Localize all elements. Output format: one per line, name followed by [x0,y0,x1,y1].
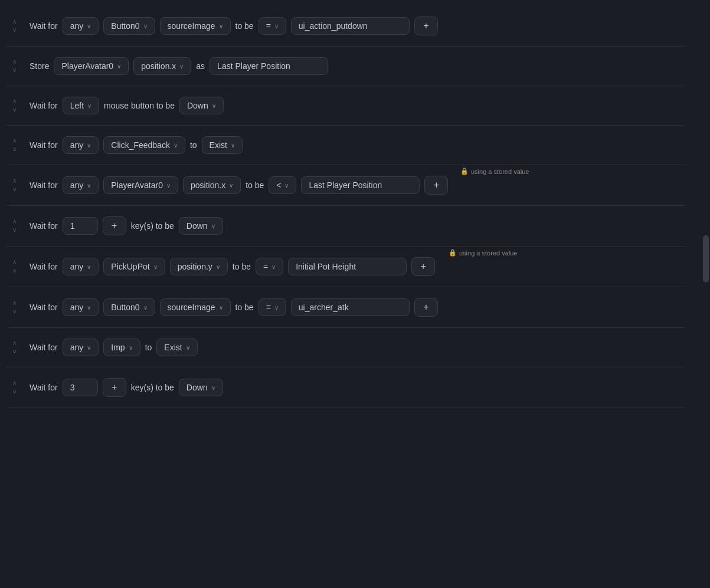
dropdown-value-1-5: = [266,21,271,31]
dropdown-5-1[interactable]: any∨ [63,176,99,194]
dropdown-1-3[interactable]: sourceImage∨ [160,17,231,35]
plus-inline-btn-10-2[interactable]: + [103,378,126,397]
lock-icon-5: 🔒 [460,167,469,175]
plus-btn-5-7[interactable]: + [424,176,448,195]
row-4: ∧∨Wait forany∨Click_Feedback∨toExist∨ [6,126,685,165]
dropdown-value-4-4: Exist [210,140,227,150]
row-down-btn-4[interactable]: ∨ [10,146,19,153]
label-5-0: Wait for [30,180,58,190]
dropdown-1-2[interactable]: Button0∨ [103,17,155,35]
dropdown-4-1[interactable]: any∨ [63,136,99,154]
row-up-btn-9[interactable]: ∧ [10,340,19,347]
number-input-6-1[interactable] [70,221,88,231]
row-up-btn-5[interactable]: ∧ [10,178,19,185]
row-arrows-2: ∧∨ [6,58,22,74]
dropdown-value-5-3: position.x [191,180,225,190]
label-8-4: to be [235,303,254,312]
dropdown-4-2[interactable]: Click_Feedback∨ [103,136,185,154]
input-pill-1-6[interactable] [291,17,410,35]
scrollbar-thumb[interactable] [703,235,709,282]
input-pill-5-6[interactable] [301,176,420,194]
main-container: ∧∨Wait forany∨Button0∨sourceImage∨to be=… [0,0,696,414]
dropdown-value-8-3: sourceImage [168,303,215,312]
row-arrows-1: ∧∨ [6,18,22,34]
row-up-btn-4[interactable]: ∧ [10,137,19,144]
row-down-btn-2[interactable]: ∨ [10,67,19,74]
dropdown-7-2[interactable]: PickUpPot∨ [103,258,165,275]
row-up-btn-10[interactable]: ∧ [10,380,19,387]
text-input-5-6[interactable] [309,180,412,190]
label-1-0: Wait for [30,21,58,31]
text-input-1-6[interactable] [299,21,402,31]
dropdown-8-1[interactable]: any∨ [63,298,99,316]
row-down-btn-8[interactable]: ∨ [10,308,19,315]
chevron-icon-8-1: ∨ [87,304,91,311]
scrollbar-track[interactable] [702,0,710,588]
row-up-btn-8[interactable]: ∧ [10,300,19,307]
row-down-btn-10[interactable]: ∨ [10,388,19,395]
row-down-btn-3[interactable]: ∨ [10,106,19,113]
dropdown-7-5[interactable]: =∨ [256,258,283,275]
row-down-btn-7[interactable]: ∨ [10,267,19,274]
row-up-btn-7[interactable]: ∧ [10,259,19,266]
plus-btn-8-7[interactable]: + [414,298,438,317]
dropdown-7-3[interactable]: position.y∨ [170,258,228,275]
row-up-btn-6[interactable]: ∧ [10,218,19,225]
dropdown-9-1[interactable]: any∨ [63,339,99,356]
dropdown-9-2[interactable]: Imp∨ [103,339,140,356]
chevron-icon-8-2: ∨ [143,304,148,311]
plus-btn-7-7[interactable]: + [411,257,435,276]
input-pill-8-6[interactable] [291,298,410,316]
input-pill-7-6[interactable] [288,258,407,275]
dropdown-1-1[interactable]: any∨ [63,17,99,35]
dropdown-3-1[interactable]: Left∨ [63,97,99,114]
text-input-2-4[interactable] [217,61,320,71]
dropdown-value-5-5: < [276,180,281,190]
label-7-0: Wait for [30,262,58,271]
stored-label-7: using a stored value [459,249,517,257]
row-up-btn-1[interactable]: ∧ [10,18,19,25]
text-input-7-6[interactable] [296,262,399,271]
dropdown-5-2[interactable]: PlayerAvatar0∨ [103,176,178,194]
row-up-btn-3[interactable]: ∧ [10,98,19,105]
row-down-btn-9[interactable]: ∨ [10,348,19,355]
dropdown-4-4[interactable]: Exist∨ [202,136,243,154]
chevron-icon-3-3: ∨ [212,103,216,109]
dropdown-9-4[interactable]: Exist∨ [156,339,197,356]
dropdown-8-2[interactable]: Button0∨ [103,298,155,316]
label-4-3: to [190,140,197,150]
text-input-8-6[interactable] [299,303,402,312]
dropdown-3-3[interactable]: Down∨ [179,97,224,114]
input-pill-2-4[interactable] [210,57,328,75]
dropdown-8-3[interactable]: sourceImage∨ [160,298,231,316]
dropdown-2-2[interactable]: position.x∨ [133,57,191,75]
number-input-10-1[interactable] [70,383,88,392]
chevron-icon-5-3: ∨ [229,182,233,189]
dropdown-10-4[interactable]: Down∨ [179,379,223,396]
number-input-pill-6-1[interactable] [63,217,98,235]
dropdown-value-5-2: PlayerAvatar0 [111,180,163,190]
row-down-btn-5[interactable]: ∨ [10,186,19,193]
dropdown-8-5[interactable]: =∨ [259,298,286,316]
dropdown-5-3[interactable]: position.x∨ [183,176,241,194]
dropdown-7-1[interactable]: any∨ [63,258,99,275]
row-down-btn-6[interactable]: ∨ [10,226,19,234]
plus-inline-btn-6-2[interactable]: + [103,216,126,235]
row-up-btn-2[interactable]: ∧ [10,58,19,65]
dropdown-value-9-1: any [70,343,84,352]
dropdown-value-1-1: any [70,21,84,31]
plus-btn-1-7[interactable]: + [414,17,438,35]
dropdown-value-9-4: Exist [164,343,182,352]
chevron-icon-4-1: ∨ [87,142,91,149]
row-arrows-8: ∧∨ [6,300,22,315]
dropdown-1-5[interactable]: =∨ [259,17,286,35]
label-9-0: Wait for [30,343,58,352]
dropdown-value-4-2: Click_Feedback [111,140,170,150]
dropdown-5-5[interactable]: <∨ [269,176,296,194]
dropdown-2-1[interactable]: PlayerAvatar0∨ [54,57,129,75]
row-down-btn-1[interactable]: ∨ [10,27,19,34]
chevron-icon-1-3: ∨ [219,23,223,29]
number-input-pill-10-1[interactable] [63,379,98,396]
chevron-icon-1-2: ∨ [143,23,148,29]
dropdown-6-4[interactable]: Down∨ [179,217,223,235]
